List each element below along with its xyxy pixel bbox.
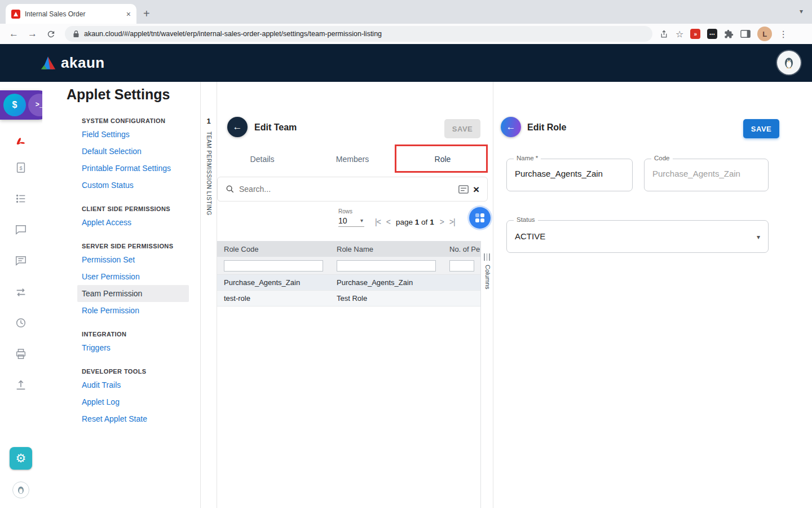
column-header-no-of-permissions[interactable]: No. of Pe bbox=[443, 245, 480, 253]
list-icon[interactable] bbox=[15, 192, 27, 205]
pagination-row: Rows 10 ▾ |< < page 1 of 1 > >| bbox=[217, 207, 493, 235]
team-tabs: Details Members Role bbox=[217, 147, 488, 172]
sidebar-item-user-permission[interactable]: User Permission bbox=[77, 268, 189, 285]
back-icon[interactable]: ← bbox=[9, 28, 19, 40]
settings-gear-button[interactable]: ⚙ bbox=[10, 447, 32, 470]
chevron-down-icon: ▾ bbox=[360, 217, 363, 224]
reload-icon[interactable] bbox=[46, 29, 56, 39]
role-save-button[interactable]: SAVE bbox=[743, 119, 779, 138]
filter-role-code-input[interactable] bbox=[224, 260, 323, 271]
upload-icon[interactable] bbox=[15, 379, 27, 391]
tab-members[interactable]: Members bbox=[307, 147, 398, 172]
sidebar-item-role-permission[interactable]: Role Permission bbox=[77, 302, 189, 319]
prev-page-button[interactable]: < bbox=[386, 217, 390, 226]
search-input[interactable] bbox=[239, 185, 454, 194]
name-field: Name * bbox=[506, 159, 633, 191]
last-page-button[interactable]: >| bbox=[449, 217, 455, 226]
section-header-client-side-permissions: CLIENT SIDE PERMISSIONS bbox=[77, 203, 189, 214]
panel-strip: 1 TEAM PERMISSION LISTING bbox=[201, 82, 217, 508]
team-save-button[interactable]: SAVE bbox=[444, 119, 480, 138]
share-icon[interactable] bbox=[659, 29, 669, 39]
bookmark-star-icon[interactable]: ☆ bbox=[676, 29, 683, 40]
billing-document-icon[interactable]: $ bbox=[15, 161, 27, 174]
browser-tab[interactable]: Internal Sales Order × bbox=[6, 4, 136, 24]
sidebar-item-team-permission[interactable]: Team Permission bbox=[77, 285, 189, 302]
printer-icon[interactable] bbox=[15, 348, 27, 360]
status-field[interactable]: Status ACTIVE ▾ bbox=[506, 220, 769, 253]
pager-controls: |< < page 1 of 1 > >| bbox=[375, 217, 455, 226]
grid-icon bbox=[475, 213, 484, 222]
code-field-label: Code bbox=[651, 155, 673, 161]
history-clock-icon[interactable] bbox=[15, 317, 27, 329]
edit-role-title: Edit Role bbox=[527, 122, 566, 133]
transfer-arrows-icon[interactable] bbox=[15, 286, 27, 299]
tab-close-icon[interactable]: × bbox=[126, 10, 131, 19]
clear-search-icon[interactable]: × bbox=[473, 184, 479, 195]
extension-dark-icon[interactable]: ⋯ bbox=[707, 29, 717, 39]
hand-dollar-icon[interactable]: $ bbox=[3, 94, 26, 116]
of-word: of bbox=[421, 218, 427, 226]
browser-menu-icon[interactable]: ⋮ bbox=[779, 29, 788, 40]
strip-label: TEAM PERMISSION LISTING bbox=[206, 132, 212, 216]
chat-icon[interactable] bbox=[15, 224, 27, 236]
rows-label: Rows bbox=[338, 208, 352, 214]
settings-sidebar: SYSTEM CONFIGURATION Field Settings Defa… bbox=[77, 115, 189, 427]
sidebar-item-permission-set[interactable]: Permission Set bbox=[77, 251, 189, 268]
akaun-logo[interactable]: akaun bbox=[39, 54, 105, 72]
edit-team-title: Edit Team bbox=[254, 122, 297, 133]
page-word: page bbox=[396, 218, 413, 226]
column-header-role-name[interactable]: Role Name bbox=[330, 245, 443, 253]
list-view-icon[interactable] bbox=[458, 185, 469, 194]
status-value: ACTIVE bbox=[515, 231, 545, 241]
table-row[interactable]: Purchase_Agents_Zain Purchase_Agents_Zai… bbox=[217, 275, 480, 291]
rail-penguin-avatar[interactable] bbox=[12, 481, 29, 498]
extension-red-icon[interactable]: » bbox=[690, 29, 700, 39]
filter-no-of-permissions-input[interactable] bbox=[449, 260, 474, 271]
user-avatar-penguin[interactable] bbox=[777, 51, 801, 75]
forward-icon[interactable]: → bbox=[28, 28, 37, 40]
side-panel-icon[interactable] bbox=[740, 29, 751, 38]
columns-panel-toggle[interactable]: Columns bbox=[480, 241, 493, 508]
browser-tabstrip: Internal Sales Order × + ▾ bbox=[0, 0, 812, 24]
pdf-icon[interactable] bbox=[15, 135, 27, 148]
tab-title: Internal Sales Order bbox=[25, 10, 122, 18]
sidebar-item-printable-format-settings[interactable]: Printable Format Settings bbox=[77, 160, 189, 177]
name-input[interactable] bbox=[515, 169, 624, 178]
sidebar-item-default-selection[interactable]: Default Selection bbox=[77, 143, 189, 160]
sidebar-item-field-settings[interactable]: Field Settings bbox=[77, 126, 189, 143]
back-button[interactable]: ← bbox=[501, 117, 521, 137]
grid-view-button[interactable] bbox=[469, 207, 491, 229]
next-page-button[interactable]: > bbox=[440, 217, 444, 226]
sidebar-item-applet-access[interactable]: Applet Access bbox=[77, 214, 189, 231]
tab-search-chevron-icon[interactable]: ▾ bbox=[800, 7, 803, 15]
chat-alt-icon[interactable] bbox=[15, 255, 27, 267]
sidebar-item-applet-log[interactable]: Applet Log bbox=[77, 393, 189, 410]
filter-role-name-input[interactable] bbox=[337, 260, 436, 271]
tab-role[interactable]: Role bbox=[398, 147, 488, 172]
table-header-row: Role Code Role Name No. of Pe bbox=[217, 241, 480, 257]
column-header-role-code[interactable]: Role Code bbox=[217, 245, 330, 253]
back-button[interactable]: ← bbox=[227, 117, 248, 137]
code-field: Code bbox=[644, 159, 769, 191]
extensions-puzzle-icon[interactable] bbox=[724, 29, 734, 39]
section-header-system-configuration: SYSTEM CONFIGURATION bbox=[77, 115, 189, 126]
akaun-logo-mark-icon bbox=[39, 55, 56, 71]
total-pages: 1 bbox=[430, 218, 434, 226]
sidebar-item-audit-trails[interactable]: Audit Trails bbox=[77, 376, 189, 393]
tab-details[interactable]: Details bbox=[217, 147, 307, 172]
url-text: akaun.cloud/#/applet/tnt/wavelet/erp/int… bbox=[84, 30, 382, 38]
code-input[interactable] bbox=[652, 169, 760, 178]
sidebar-item-triggers[interactable]: Triggers bbox=[77, 339, 189, 356]
new-tab-button[interactable]: + bbox=[143, 6, 150, 21]
main-content: Applet Settings SYSTEM CONFIGURATION Fie… bbox=[42, 82, 812, 508]
url-bar[interactable]: akaun.cloud/#/applet/tnt/wavelet/erp/int… bbox=[65, 26, 652, 42]
page-title: Applet Settings bbox=[67, 86, 170, 103]
first-page-button[interactable]: |< bbox=[375, 217, 381, 226]
strip-number: 1 bbox=[201, 117, 217, 125]
browser-profile-avatar[interactable]: L bbox=[757, 27, 772, 41]
table-row[interactable]: test-role Test Role bbox=[217, 291, 480, 306]
rows-per-page-select[interactable]: 10 ▾ bbox=[338, 216, 364, 227]
sidebar-item-reset-applet-state[interactable]: Reset Applet State bbox=[77, 410, 189, 427]
columns-label: Columns bbox=[484, 265, 491, 289]
sidebar-item-custom-status[interactable]: Custom Status bbox=[77, 177, 189, 194]
